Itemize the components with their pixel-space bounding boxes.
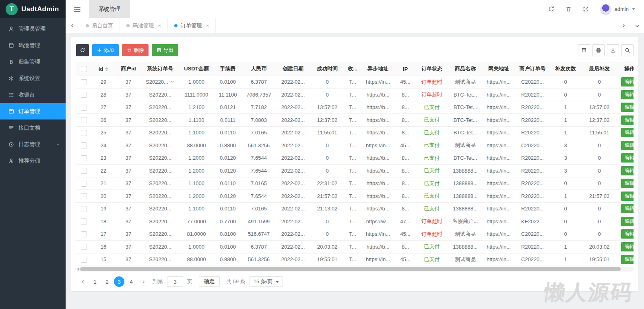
table-cell: 22:31:02 — [310, 177, 344, 190]
sidebar-item-referral-commission[interactable]: 推荐分佣 — [0, 152, 66, 169]
app-logo[interactable]: T UsdtAdmin — [0, 0, 66, 18]
edit-button[interactable]: 编辑 — [621, 77, 634, 87]
edit-button[interactable]: 编辑 — [621, 242, 634, 251]
horizontal-scrollbar[interactable] — [76, 267, 634, 272]
print-button[interactable] — [592, 44, 605, 56]
fullscreen-button[interactable] — [583, 6, 589, 12]
column-header: 异步地址 — [361, 62, 395, 76]
table-cell: 7.6544 — [242, 152, 276, 165]
chevron-down-icon — [632, 8, 635, 10]
tab-order-management[interactable]: 订单管理 × — [168, 18, 216, 33]
row-checkbox[interactable] — [81, 79, 87, 85]
row-checkbox[interactable] — [81, 130, 87, 136]
goto-page-input[interactable] — [167, 276, 183, 287]
column-header[interactable]: id — [91, 62, 116, 76]
edit-button[interactable]: 编辑 — [621, 204, 634, 213]
edit-button[interactable]: 编辑 — [621, 153, 634, 163]
export-button[interactable]: 导出 — [152, 44, 178, 56]
edit-button[interactable]: 编辑 — [621, 141, 634, 150]
clear-cache-button[interactable] — [566, 6, 572, 12]
prev-page-button[interactable] — [78, 276, 88, 287]
select-all-checkbox[interactable] — [81, 66, 87, 72]
sidebar-item-api-docs[interactable]: 接口文档 — [0, 119, 66, 136]
sidebar-item-system-settings[interactable]: 系统设置 — [0, 70, 66, 87]
sidebar-item-order-management[interactable]: 订单管理 — [0, 103, 66, 119]
edit-button[interactable]: 编辑 — [621, 217, 634, 226]
table-cell: 订单超时 — [416, 215, 448, 228]
edit-button[interactable]: 编辑 — [621, 192, 634, 201]
table-cell: 编辑 — [618, 89, 634, 101]
refresh-button[interactable] — [548, 6, 554, 12]
refresh-table-button[interactable] — [76, 44, 89, 56]
goto-confirm-button[interactable]: 确定 — [199, 276, 220, 287]
page-size-value: 15 条/页 — [254, 278, 273, 285]
close-icon[interactable]: × — [158, 23, 161, 29]
edit-button[interactable]: 编辑 — [621, 179, 634, 188]
tab-pool-management[interactable]: 码池管理 × — [120, 18, 168, 33]
row-checkbox[interactable] — [81, 257, 87, 263]
edit-button[interactable]: 编辑 — [621, 128, 634, 137]
expand-row-caret-icon[interactable] — [170, 79, 175, 85]
table-row: 1737S20220...81.00000.8100516.67472022-0… — [76, 228, 634, 241]
edit-button[interactable]: 编辑 — [621, 115, 634, 125]
page-number-button[interactable]: 2 — [102, 276, 112, 287]
edit-button[interactable]: 编辑 — [621, 103, 634, 112]
download-button[interactable] — [607, 44, 619, 56]
page-size-select[interactable]: 15 条/页 — [250, 276, 283, 287]
sidebar-toggle-button[interactable] — [66, 0, 89, 18]
sidebar-item-pool-management[interactable]: 码池管理 — [0, 37, 66, 54]
row-checkbox[interactable] — [81, 92, 87, 98]
sidebar-item-collection-management[interactable]: 归集管理 — [0, 54, 66, 70]
row-checkbox[interactable] — [81, 206, 87, 212]
table-cell: 0 — [550, 76, 581, 89]
topnav-item-system[interactable]: 系统管理 — [89, 0, 130, 18]
tether-logo-icon: T — [6, 3, 18, 15]
table-cell: 已支付 — [416, 253, 448, 266]
scrollbar-thumb[interactable] — [80, 267, 621, 271]
sidebar-item-cashier[interactable]: 收银台 — [0, 87, 66, 103]
close-icon[interactable]: × — [206, 23, 209, 29]
row-checkbox[interactable] — [81, 193, 87, 199]
delete-button[interactable]: 删除 — [122, 44, 149, 56]
edit-button[interactable]: 编辑 — [621, 90, 634, 99]
sidebar-item-admin-management[interactable]: 管理员管理 — [0, 21, 66, 37]
row-checkbox[interactable] — [81, 218, 87, 225]
toggle-columns-button[interactable] — [578, 44, 590, 56]
table-cell: https://in... — [483, 190, 515, 203]
tabs-scroll-right-button[interactable] — [617, 18, 630, 33]
add-button[interactable]: 添加 — [92, 44, 119, 56]
row-checkbox[interactable] — [81, 105, 87, 111]
status-badge: 已支付 — [424, 243, 440, 249]
page-number-button[interactable]: 4 — [126, 276, 136, 287]
edit-button[interactable]: 编辑 — [621, 255, 634, 264]
user-menu[interactable]: admin — [600, 4, 635, 15]
table-cell: 2022-02... — [276, 76, 310, 89]
search-button[interactable] — [621, 44, 634, 56]
columns-icon — [581, 47, 587, 53]
row-checkbox[interactable] — [81, 181, 87, 187]
row-checkbox[interactable] — [81, 168, 87, 174]
next-page-button[interactable] — [138, 276, 149, 287]
status-badge: 已支付 — [424, 104, 440, 110]
page-number-button[interactable]: 3 — [114, 276, 124, 287]
table-cell: 0 — [310, 76, 344, 89]
row-checkbox[interactable] — [81, 231, 87, 237]
table-cell: C20220... — [515, 253, 550, 266]
row-checkbox[interactable] — [81, 117, 87, 123]
edit-button[interactable]: 编辑 — [621, 166, 634, 175]
tab-label: 订单管理 — [181, 22, 202, 29]
tabs-scroll-left-button[interactable] — [66, 18, 79, 33]
row-checkbox[interactable] — [81, 142, 87, 148]
tabs-menu-button[interactable] — [630, 18, 644, 33]
table-cell: https://in... — [483, 101, 515, 114]
page-number-button[interactable]: 1 — [90, 276, 100, 287]
table-cell: https://in... — [483, 126, 515, 139]
tab-dashboard[interactable]: 后台首页 — [79, 18, 120, 33]
edit-button[interactable]: 编辑 — [621, 229, 634, 239]
row-checkbox[interactable] — [81, 155, 87, 161]
scroll-left-arrow-icon[interactable] — [77, 268, 79, 270]
row-checkbox[interactable] — [81, 244, 87, 250]
sort-icon[interactable] — [105, 67, 108, 71]
trash-icon — [566, 6, 572, 12]
sidebar-item-log-management[interactable]: 日志管理 — [0, 136, 66, 152]
